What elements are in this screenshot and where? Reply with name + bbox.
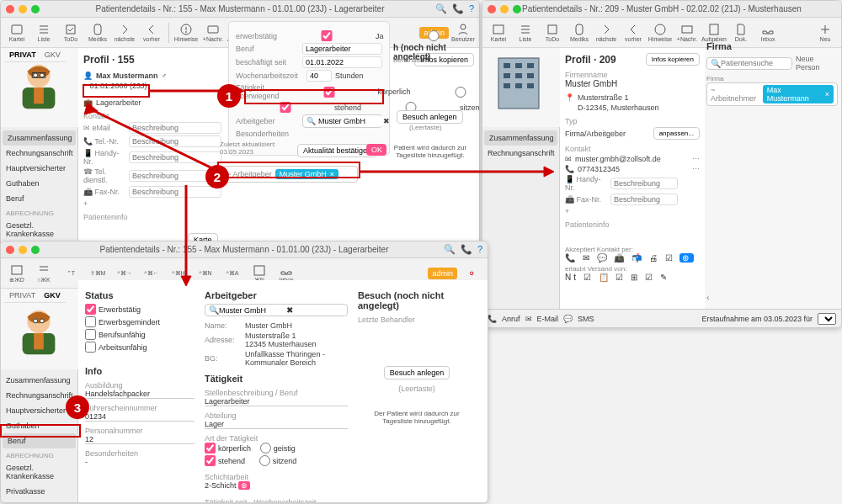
fsn-val[interactable]: 01234 — [85, 412, 195, 422]
sidebar-item-guthaben[interactable]: Guthaben — [1, 176, 77, 191]
ag-search[interactable]: 🔍✖ — [205, 304, 348, 316]
zoom-icon[interactable] — [31, 5, 40, 13]
sidebar-item-rech[interactable]: Rechnungsanschrift — [482, 146, 559, 161]
sidebar-rech[interactable]: Rechnungsanschrift — [1, 388, 77, 403]
aktualitaet-button[interactable]: Aktualität bestätigen — [297, 144, 377, 157]
tb-liste[interactable]: Liste — [31, 19, 56, 46]
geistig-chk[interactable]: geistig — [414, 87, 480, 98]
admin-badge[interactable]: admin — [428, 268, 457, 279]
fax-input[interactable] — [129, 186, 221, 198]
seit-input[interactable] — [302, 56, 382, 68]
tb-mediks[interactable]: Mediks — [567, 19, 592, 46]
ag-search-input[interactable] — [219, 306, 286, 315]
firma-search[interactable]: 🔍 — [706, 57, 792, 70]
clear-icon[interactable]: ✖ — [383, 117, 390, 125]
infos-button[interactable]: Infos kopieren — [646, 53, 700, 66]
waz-input[interactable] — [306, 70, 332, 82]
titlebar[interactable]: Patientendetails - Nr.: 155 - Max Muster… — [1, 241, 488, 258]
minimize-icon[interactable] — [500, 5, 509, 13]
ag-search-input[interactable] — [316, 116, 383, 126]
tab-gkv[interactable]: GKV — [45, 50, 61, 59]
titlebar[interactable]: Patientendetails - Nr.: 155 - Max Muster… — [1, 1, 479, 18]
close-icon[interactable] — [488, 5, 496, 13]
sitzend-chk[interactable]: sitzend — [259, 455, 297, 466]
phone-icon[interactable]: 📞 — [452, 3, 464, 14]
search-icon[interactable]: 🔍 — [435, 3, 447, 14]
more-icon[interactable]: ⋯ — [692, 165, 700, 173]
fax-input[interactable] — [610, 194, 678, 205]
ok-button[interactable]: OK — [366, 144, 386, 156]
buf-chk[interactable]: Berufsunfähig — [85, 329, 146, 340]
akz-icons[interactable]: 📞 ✉ 💬 📠 📬 🖨 ☑ ⊕ — [565, 253, 700, 263]
sms-btn[interactable]: SMS — [578, 315, 594, 323]
more-icon[interactable]: ⋯ — [692, 155, 700, 163]
tb-liste[interactable]: Liste — [513, 19, 538, 46]
besuch-anlegen-button[interactable]: Besuch anlegen — [397, 110, 463, 124]
tb-kartei[interactable]: Kartei — [4, 19, 29, 46]
tb-nachste[interactable]: nächste — [594, 19, 619, 46]
zoom-icon[interactable] — [513, 5, 521, 13]
sidebar-item-rechnung[interactable]: Rechnungsanschrift — [1, 146, 77, 161]
abt-val[interactable]: Lager — [205, 420, 348, 429]
titlebar[interactable]: Patientendetails - Nr.: 209 - Muster Gmb… — [482, 1, 841, 18]
chevron-left-icon[interactable]: ‹ — [706, 292, 710, 302]
firma-search-input[interactable] — [721, 59, 788, 67]
anruf-btn[interactable]: Anruf — [502, 315, 520, 323]
minimize-icon[interactable] — [19, 5, 27, 13]
tab-privat[interactable]: PRIVAT — [9, 50, 36, 59]
tb-nachr[interactable]: +Nachr. — [674, 19, 700, 46]
sidebar-gkk[interactable]: Gesetzl. Krankenkasse — [1, 460, 77, 484]
firma-chip[interactable]: Max Mustermann× — [763, 85, 834, 103]
sidebar-item-gkk[interactable]: Gesetzl. Krankenkasse — [1, 218, 77, 241]
anpassen-button[interactable]: anpassen... — [653, 127, 700, 140]
tab-privat[interactable]: PRIVAT — [9, 291, 35, 300]
koerper-chk[interactable]: körperlich — [205, 443, 251, 454]
pnr-val[interactable]: 12 — [85, 435, 195, 444]
neue-person[interactable]: Neue Person — [796, 55, 838, 72]
tab-gkv[interactable]: GKV — [44, 291, 61, 300]
chip-close-icon[interactable]: × — [825, 90, 829, 98]
tb-g2[interactable]: ○ЖK — [31, 260, 56, 287]
plus-btn[interactable]: + — [565, 207, 607, 215]
phone-icon[interactable]: 📞 — [461, 244, 472, 255]
auf-chk[interactable]: Arbeitsunfähig — [85, 342, 147, 353]
close-icon[interactable] — [6, 5, 14, 13]
help-icon[interactable]: ? — [469, 3, 474, 14]
tb-todo[interactable]: ToDo — [540, 19, 565, 46]
nein-radio[interactable]: Nein — [387, 30, 480, 41]
sidebar-item-zf[interactable]: Zusammenfassung — [484, 130, 557, 146]
tb-garbled[interactable]: ⊕ЖD — [4, 260, 29, 287]
geistig-chk[interactable]: geistig — [260, 443, 296, 454]
clear-icon[interactable]: ✖ — [286, 305, 293, 315]
egm-chk[interactable]: Erwerbsgemindert — [85, 316, 160, 327]
tb-hinweise[interactable]: Hinweise — [173, 19, 199, 46]
erl-icons[interactable]: Nt ☑ 📋 ☑ ⊞ ☑ ✎ — [565, 273, 700, 282]
search-icon[interactable]: 🔍 — [444, 244, 456, 255]
help-icon[interactable]: ? — [477, 244, 482, 255]
tb-vorher[interactable]: vorher — [621, 19, 646, 46]
sidebar-item-beruf[interactable]: Beruf — [1, 191, 77, 206]
sidebar-zf[interactable]: Zusammenfassung — [1, 373, 77, 388]
bes-val[interactable]: - — [85, 458, 195, 466]
tb-kartei[interactable]: Kartei — [486, 19, 511, 46]
close-icon[interactable] — [6, 246, 14, 254]
sidebar-item-zusammenfassung[interactable]: Zusammenfassung — [3, 130, 76, 146]
zoom-icon[interactable] — [31, 246, 40, 254]
tb-hinweise[interactable]: Hinweise — [647, 19, 673, 46]
erw-chk[interactable]: Erwerbstätig — [85, 304, 141, 315]
email-btn[interactable]: E-Mail — [537, 315, 559, 323]
tb-todo[interactable]: ToDo — [58, 19, 83, 46]
firma-chipbox[interactable]: ~ Arbeitnehmer Max Mustermann× — [706, 82, 838, 106]
ausb-val[interactable]: Handelsfachpacker — [85, 390, 195, 399]
beruf-input[interactable] — [302, 43, 382, 55]
ag-search[interactable]: 🔍✖ — [302, 114, 382, 128]
tb-mediks[interactable]: Mediks — [85, 19, 110, 46]
minimize-icon[interactable] — [19, 246, 27, 254]
sidebar-item-hauptvers[interactable]: Hauptversicherter — [1, 161, 77, 176]
besuch-anlegen-button[interactable]: Besuch anlegen — [384, 366, 450, 379]
sb-val[interactable]: Lagerarbeiter — [205, 397, 348, 406]
sidebar-bg[interactable]: Berufsgenossenschaft — [1, 499, 77, 503]
tb-nachr[interactable]: +Nachr. — [200, 19, 226, 46]
tb-nachste[interactable]: nächste — [112, 19, 137, 46]
schicht-val[interactable]: 2-Schicht ⊕ — [205, 481, 348, 490]
